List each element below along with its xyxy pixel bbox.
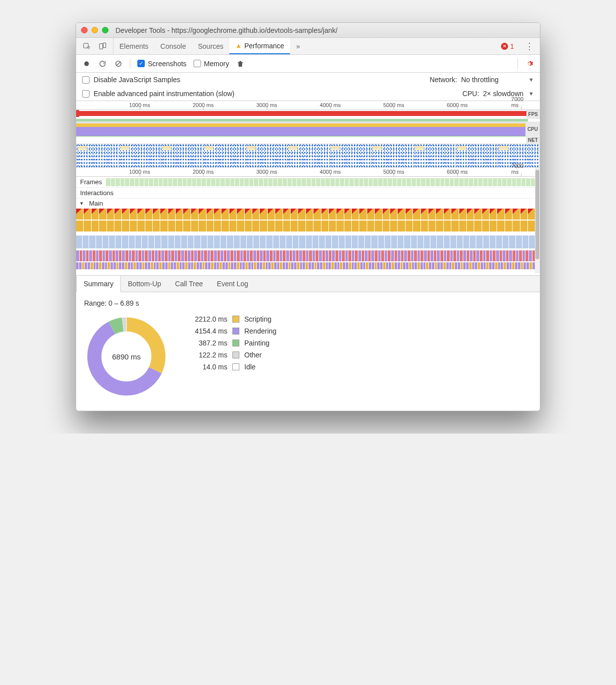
frames-strip (106, 178, 535, 186)
overview-ruler[interactable]: 1000 ms2000 ms3000 ms4000 ms5000 ms6000 … (76, 101, 540, 110)
screenshot-thumbnail[interactable] (77, 144, 118, 167)
screenshot-thumbnail[interactable] (413, 144, 455, 167)
checkbox-screenshots[interactable] (137, 60, 145, 67)
interactions-label: Interactions (76, 189, 117, 197)
performance-toolbar: Screenshots Memory (76, 55, 540, 73)
checkbox-disable-js-samples[interactable] (82, 76, 90, 84)
tab-event-log[interactable]: Event Log (210, 276, 255, 292)
summary-donut-chart: 6890 ms (84, 314, 169, 399)
screenshot-thumbnail[interactable] (456, 144, 498, 167)
legend-label: Painting (244, 339, 270, 347)
inspect-element-icon[interactable] (82, 42, 91, 51)
checkbox-memory[interactable] (194, 60, 201, 67)
fps-label: FPS (526, 110, 540, 118)
ruler-tick: 4000 ms (320, 169, 341, 175)
legend-value: 2212.0 ms (182, 315, 227, 323)
tabs-overflow-button[interactable]: » (290, 38, 306, 54)
ruler-tick: 2000 ms (193, 102, 213, 108)
frames-label: Frames (76, 178, 106, 186)
tab-bottom-up[interactable]: Bottom-Up (121, 276, 168, 292)
tab-console[interactable]: Console (154, 38, 192, 54)
record-button[interactable] (82, 59, 91, 68)
ruler-tick: 7000 ms (512, 96, 530, 108)
screenshot-thumbnail[interactable] (161, 144, 203, 167)
reload-record-button[interactable] (98, 59, 107, 68)
paint-instrumentation-label: Enable advanced paint instrumentation (s… (94, 90, 234, 98)
range-label: Range: 0 – 6.89 s (84, 299, 532, 307)
legend-swatch (232, 328, 239, 335)
screenshot-thumbnail[interactable] (371, 144, 413, 167)
checkbox-paint-instrumentation[interactable] (82, 90, 90, 98)
legend-value: 387.2 ms (182, 339, 227, 347)
screenshot-filmstrip[interactable] (76, 144, 540, 168)
flamechart-pane[interactable]: 1000 ms2000 ms3000 ms4000 ms5000 ms6000 … (76, 168, 540, 273)
legend-row: 4154.4 msRendering (182, 327, 277, 335)
flame-ruler[interactable]: 1000 ms2000 ms3000 ms4000 ms5000 ms6000 … (76, 168, 540, 177)
network-throttling-select[interactable]: No throttling ▼ (461, 76, 534, 84)
tab-call-tree[interactable]: Call Tree (168, 276, 210, 292)
tab-performance[interactable]: ▲ Performance (229, 38, 290, 54)
cpu-label: CPU: (462, 90, 479, 98)
net-label: NET (526, 137, 540, 143)
devtools-window: Developer Tools - https://googlechrome.g… (76, 22, 540, 411)
capture-settings-row-1: Disable JavaScript Samples Network: No t… (76, 73, 540, 87)
screenshot-thumbnail[interactable] (287, 144, 329, 167)
ruler-tick: 1000 ms (129, 169, 150, 175)
legend-row: 14.0 msIdle (182, 363, 277, 371)
device-toolbar-icon[interactable] (98, 42, 107, 51)
tab-sources[interactable]: Sources (192, 38, 229, 54)
legend-row: 2212.0 msScripting (182, 315, 277, 323)
memory-toggle[interactable]: Memory (194, 60, 229, 68)
ruler-tick: 4000 ms (320, 102, 341, 108)
svg-point-3 (84, 61, 89, 66)
zoom-window-button[interactable] (102, 27, 108, 33)
donut-center-label: 6890 ms (84, 314, 169, 399)
main-track-header[interactable]: ▼ Main (76, 199, 540, 208)
more-options-button[interactable]: ⋮ (519, 38, 540, 54)
minimize-window-button[interactable] (92, 27, 98, 33)
summary-legend: 2212.0 msScripting4154.4 msRendering387.… (182, 315, 277, 371)
overview-pane[interactable]: 1000 ms2000 ms3000 ms4000 ms5000 ms6000 … (76, 101, 540, 168)
legend-swatch (232, 363, 239, 370)
ruler-tick: 3000 ms (256, 169, 277, 175)
memory-label: Memory (204, 60, 229, 68)
legend-swatch (232, 316, 239, 323)
screenshot-thumbnail[interactable] (329, 144, 371, 167)
clear-button[interactable] (114, 59, 123, 68)
screenshot-thumbnail[interactable] (119, 144, 161, 167)
screenshot-thumbnail[interactable] (203, 144, 245, 167)
screenshots-toggle[interactable]: Screenshots (137, 60, 187, 68)
network-label: Network: (429, 76, 457, 84)
error-indicator[interactable]: ✕ 1 (496, 38, 519, 54)
interactions-track[interactable]: Interactions (76, 188, 540, 199)
legend-row: 122.2 msOther (182, 351, 277, 359)
chevron-down-icon: ▼ (528, 77, 534, 83)
error-count: 1 (510, 42, 514, 50)
close-window-button[interactable] (81, 27, 88, 33)
capture-settings-button[interactable] (525, 59, 534, 68)
vertical-scrollbar[interactable] (535, 168, 540, 273)
legend-value: 4154.4 ms (182, 327, 227, 335)
panel-tabs: Elements Console Sources ▲ Performance » (113, 38, 306, 54)
legend-label: Scripting (244, 315, 271, 323)
cpu-lane: CPU (76, 122, 540, 137)
window-titlebar: Developer Tools - https://googlechrome.g… (76, 23, 540, 38)
tab-elements[interactable]: Elements (113, 38, 154, 54)
flame-chart[interactable] (76, 209, 535, 273)
svg-rect-1 (100, 43, 103, 49)
tab-performance-label: Performance (244, 42, 284, 50)
screenshot-thumbnail[interactable] (245, 144, 287, 167)
frames-track[interactable]: Frames (76, 177, 540, 188)
expand-triangle-icon[interactable]: ▼ (79, 201, 84, 206)
tab-summary[interactable]: Summary (76, 276, 121, 292)
details-tabs: Summary Bottom-Up Call Tree Event Log (76, 275, 540, 292)
disable-js-label: Disable JavaScript Samples (94, 76, 180, 84)
screenshots-label: Screenshots (148, 60, 187, 68)
summary-pane: Range: 0 – 6.89 s 6890 ms 2212.0 msScrip… (76, 292, 540, 411)
garbage-collect-button[interactable] (236, 59, 245, 68)
traffic-lights (81, 27, 108, 33)
ruler-tick: 1000 ms (129, 102, 150, 108)
network-value: No throttling (461, 76, 499, 84)
ruler-tick: 6000 ms (447, 102, 468, 108)
main-label: Main (85, 200, 107, 207)
